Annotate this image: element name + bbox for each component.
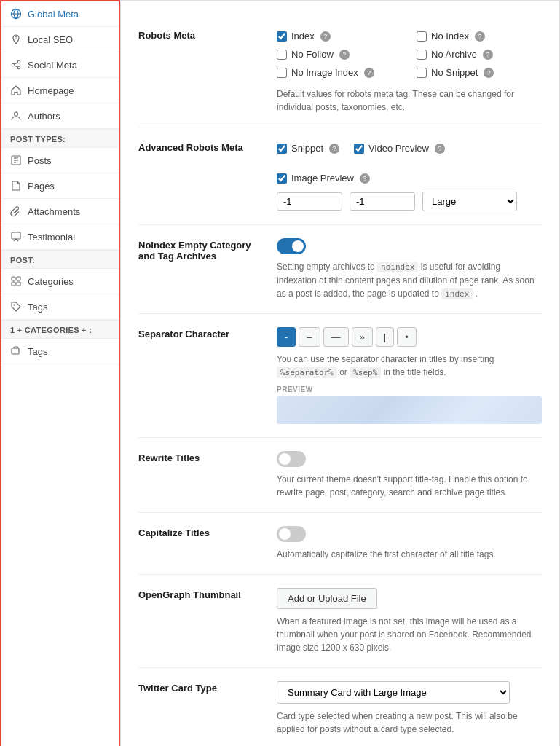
- svg-point-3: [12, 63, 15, 66]
- rewrite-titles-label: Rewrite Titles: [138, 451, 262, 499]
- post-types-section: Post Types:: [1, 129, 119, 148]
- no-follow-checkbox[interactable]: [277, 50, 287, 60]
- sidebar-label-pages: Pages: [28, 181, 55, 192]
- sidebar-item-tags[interactable]: Tags: [1, 294, 119, 320]
- checkbox-video-preview[interactable]: Video Preview ?: [354, 141, 445, 156]
- sidebar-label-posts: Posts: [28, 155, 52, 166]
- video-preview-value-input[interactable]: [350, 192, 415, 211]
- noindex-empty-label: Noindex Empty Category and Tag Archives: [138, 238, 262, 300]
- no-archive-checkbox[interactable]: [417, 50, 427, 60]
- sidebar-label-categories: Categories: [28, 276, 74, 287]
- svg-rect-15: [17, 277, 20, 280]
- noindex-empty-row: Noindex Empty Category and Tag Archives …: [138, 225, 542, 314]
- twitter-card-label: Twitter Card Type: [138, 681, 262, 736]
- checkbox-image-preview[interactable]: Image Preview ?: [277, 170, 370, 186]
- checkbox-no-index[interactable]: No Index ?: [417, 28, 542, 44]
- svg-rect-14: [12, 277, 15, 280]
- sidebar-item-tags2[interactable]: Tags: [1, 339, 119, 364]
- snippet-help-icon[interactable]: ?: [329, 144, 339, 154]
- no-image-index-label: No Image Index: [291, 67, 358, 78]
- sidebar: Global Meta Local SEO Social Meta Homepa…: [0, 0, 120, 746]
- sidebar-item-local-seo[interactable]: Local SEO: [1, 27, 119, 52]
- image-preview-help-icon[interactable]: ?: [360, 173, 370, 184]
- robots-meta-control: Index ? No Index ? No Follow ?: [277, 28, 542, 114]
- image-preview-select[interactable]: Large None Standard: [422, 192, 517, 211]
- noindex-empty-desc: Setting empty archives to noindex is use…: [277, 260, 542, 300]
- rewrite-titles-row: Rewrite Titles Your current theme doesn'…: [138, 438, 542, 513]
- rewrite-titles-toggle[interactable]: [277, 451, 306, 467]
- index-checkbox[interactable]: [277, 31, 287, 42]
- no-snippet-checkbox[interactable]: [417, 68, 427, 78]
- sidebar-item-attachments[interactable]: Attachments: [1, 199, 119, 224]
- sidebar-label-social-meta: Social Meta: [28, 60, 77, 71]
- checkbox-no-archive[interactable]: No Archive ?: [417, 47, 542, 62]
- sep-btn-pipe[interactable]: |: [376, 327, 394, 347]
- sep-btn-dash[interactable]: -: [277, 327, 296, 347]
- sep-btn-emdash[interactable]: —: [323, 327, 349, 347]
- svg-point-8: [15, 112, 18, 116]
- svg-point-4: [17, 60, 20, 63]
- robots-grid: Index ? No Index ? No Follow ?: [277, 28, 542, 80]
- checkbox-snippet[interactable]: Snippet ?: [277, 141, 339, 156]
- video-preview-help-icon[interactable]: ?: [435, 144, 445, 154]
- svg-point-5: [17, 66, 20, 69]
- no-archive-label: No Archive: [431, 49, 477, 60]
- post-section: Post:: [1, 250, 119, 269]
- sidebar-item-categories[interactable]: Categories: [1, 269, 119, 294]
- no-follow-help-icon[interactable]: ?: [339, 50, 350, 60]
- main-panel: Robots Meta Index ? No Index ?: [120, 0, 560, 746]
- sidebar-item-homepage[interactable]: Homepage: [1, 78, 119, 103]
- sep-btn-guillemet[interactable]: »: [352, 327, 373, 347]
- sep-btn-endash[interactable]: –: [299, 327, 320, 347]
- capitalize-titles-row: Capitalize Titles Automatically capitali…: [138, 513, 542, 575]
- sep-code1: %separator%: [277, 367, 337, 378]
- twitter-card-desc: Card type selected when creating a new p…: [277, 710, 542, 736]
- sidebar-item-posts[interactable]: Posts: [1, 148, 119, 173]
- video-preview-label: Video Preview: [368, 143, 429, 154]
- noindex-code1: noindex: [377, 262, 418, 272]
- tags2-icon: [10, 345, 22, 357]
- snippet-value-input[interactable]: [277, 192, 342, 211]
- no-image-index-checkbox[interactable]: [277, 68, 287, 78]
- advanced-robots-row: Advanced Robots Meta Snippet ? Video Pre…: [138, 127, 542, 225]
- checkbox-no-image-index[interactable]: No Image Index ?: [277, 65, 402, 80]
- video-preview-checkbox[interactable]: [354, 144, 364, 154]
- checkbox-no-snippet[interactable]: No Snippet ?: [417, 65, 542, 80]
- attachments-icon: [10, 205, 22, 217]
- no-archive-help-icon[interactable]: ?: [483, 50, 493, 60]
- checkbox-no-follow[interactable]: No Follow ?: [277, 47, 402, 62]
- sidebar-item-global-meta[interactable]: Global Meta: [1, 1, 119, 27]
- sidebar-label-attachments: Attachments: [28, 206, 80, 217]
- opengraph-row: OpenGraph Thumbnail Add or Upload File W…: [138, 575, 542, 668]
- svg-rect-16: [12, 282, 15, 286]
- svg-rect-19: [12, 348, 19, 354]
- twitter-card-select[interactable]: Summary Card Summary Card with Large Ima…: [277, 681, 510, 704]
- no-snippet-help-icon[interactable]: ?: [484, 68, 494, 78]
- twitter-card-control: Summary Card Summary Card with Large Ima…: [277, 681, 542, 736]
- checkbox-index[interactable]: Index ?: [277, 28, 402, 44]
- no-index-help-icon[interactable]: ?: [475, 31, 485, 42]
- image-preview-checkbox[interactable]: [277, 173, 287, 184]
- sidebar-item-social-meta[interactable]: Social Meta: [1, 52, 119, 78]
- index-help-icon[interactable]: ?: [320, 31, 331, 42]
- svg-point-2: [15, 37, 17, 39]
- snippet-checkbox[interactable]: [277, 144, 287, 154]
- no-index-checkbox[interactable]: [417, 31, 427, 42]
- noindex-empty-toggle[interactable]: [277, 238, 306, 254]
- sep-btn-bullet[interactable]: •: [397, 327, 417, 347]
- no-image-index-help-icon[interactable]: ?: [364, 68, 374, 78]
- sidebar-item-pages[interactable]: Pages: [1, 173, 119, 199]
- categories-plus-section: 1 + Categories + :: [1, 320, 119, 339]
- sidebar-item-authors[interactable]: Authors: [1, 103, 119, 129]
- sidebar-item-testimonial[interactable]: Testimonial: [1, 224, 119, 250]
- svg-point-18: [14, 305, 15, 306]
- twitter-card-row: Twitter Card Type Summary Card Summary C…: [138, 668, 542, 747]
- upload-button[interactable]: Add or Upload File: [277, 588, 377, 609]
- homepage-icon: [10, 85, 22, 96]
- capitalize-titles-desc: Automatically capitalize the first chara…: [277, 548, 542, 561]
- separator-desc: You can use the separator character in t…: [277, 353, 542, 380]
- advanced-robots-label: Advanced Robots Meta: [138, 141, 262, 211]
- capitalize-titles-toggle[interactable]: [277, 526, 306, 542]
- social-meta-icon: [10, 59, 22, 71]
- authors-icon: [10, 110, 22, 122]
